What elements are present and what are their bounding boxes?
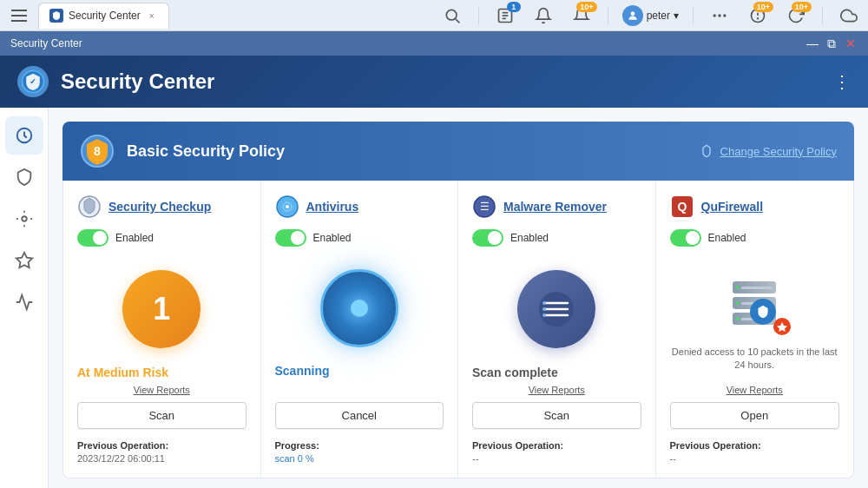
toggle-label-antivirus: Enabled [313,232,352,244]
user-menu[interactable]: peter ▾ [622,5,679,26]
card-qufirewall: Q QuFirewall Enabled [656,181,854,478]
toggle-antivirus[interactable] [275,229,306,247]
open-btn-firewall[interactable]: Open [670,402,840,429]
toggle-row-firewall: Enabled [670,229,746,247]
sidebar-item-dashboard[interactable] [5,116,43,155]
toggle-label-security-checkup: Enabled [115,232,154,244]
policy-title: Basic Security Policy [127,142,285,161]
svg-point-30 [542,307,546,311]
footer-label-malware: Previous Operation: [472,440,641,451]
alerts-icon[interactable]: 10+ [569,3,594,28]
malware-circle [517,270,595,348]
title-bar: Security Center × 1 10+ peter ▾ [0,0,868,31]
cloud-icon[interactable] [837,3,861,28]
header-more-btn[interactable]: ⋮ [833,71,851,92]
svg-text:8: 8 [94,144,101,158]
cancel-btn-antivirus[interactable]: Cancel [275,402,444,429]
minimize-btn[interactable]: — [806,36,819,50]
tasks-icon[interactable]: 1 [493,3,517,28]
svg-point-6 [630,11,635,16]
sidebar-item-shield[interactable] [5,158,43,196]
search-icon[interactable] [440,3,464,28]
window-controls: — ⧉ ✕ [806,36,858,50]
toggle-firewall[interactable] [670,229,701,247]
card-visual-firewall: Denied access to 10 packets in the last … [670,264,840,376]
info-badge: 10+ [753,2,773,12]
divider-3 [693,7,694,24]
svg-point-28 [542,301,546,305]
change-policy-link[interactable]: Change Security Policy [700,144,837,158]
qufirewall-icon: Q [670,195,694,219]
cards-container: Security Checkup Enabled 1 At Medium Ris… [62,181,854,478]
tab-security-center[interactable]: Security Center × [38,3,169,29]
toggle-malware[interactable] [472,229,503,247]
svg-point-16 [22,216,27,221]
divider-2 [608,7,608,24]
card-title-malware[interactable]: Malware Remover [503,200,607,214]
toggle-label-firewall: Enabled [708,232,746,244]
policy-icon: 8 [80,134,115,168]
footer-label-firewall: Previous Operation: [670,440,840,451]
footer-value-malware: -- [472,453,641,464]
card-header-firewall: Q QuFirewall [670,195,840,219]
tasks-badge: 1 [507,2,521,12]
sidebar-item-reports[interactable] [5,283,43,321]
card-header-antivirus: Antivirus [275,195,444,219]
tab-title: Security Center [69,10,141,22]
card-footer-antivirus: Progress: scan 0 % [275,429,444,464]
svg-point-7 [713,14,716,16]
card-security-checkup: Security Checkup Enabled 1 At Medium Ris… [63,181,261,478]
more-apps-icon[interactable] [707,3,732,28]
toggle-row-security-checkup: Enabled [77,229,154,247]
toggle-label-malware: Enabled [510,232,549,244]
view-reports-firewall[interactable]: View Reports [670,385,840,395]
svg-point-12 [758,17,759,18]
card-footer-security-checkup: Previous Operation: 2023/12/22 06:00:11 [77,429,247,464]
svg-marker-17 [16,253,31,267]
maximize-btn[interactable]: ⧉ [825,36,838,50]
svg-line-1 [455,18,459,23]
status-text-antivirus: Scanning [275,364,330,378]
svg-text:✓: ✓ [30,77,36,86]
scan-btn-security-checkup[interactable]: Scan [77,402,247,429]
tab-close-btn[interactable]: × [146,10,158,22]
notifications-icon[interactable] [531,3,556,28]
card-visual-malware [472,264,641,355]
footer-label-security-checkup: Previous Operation: [77,440,247,451]
view-reports-security-checkup[interactable]: View Reports [77,385,247,395]
sidebar-item-alerts[interactable] [5,241,43,280]
toolbar-right: 1 10+ peter ▾ 10+ 10+ [440,3,861,28]
window-bar-title: Security Center [10,37,82,49]
risk-circle: 1 [122,270,201,348]
app-header: ✓ Security Center ⋮ [0,56,868,108]
divider-1 [478,7,479,24]
refresh-icon[interactable]: 10+ [784,3,808,28]
security-checkup-icon [77,195,102,219]
card-title-security-checkup[interactable]: Security Checkup [108,200,211,214]
svg-text:Q: Q [677,200,687,214]
sidebar-item-security[interactable] [5,200,43,238]
user-name: peter [647,10,670,22]
app-header-icon: ✓ [17,66,49,97]
card-title-antivirus[interactable]: Antivirus [306,200,359,214]
refresh-badge: 10+ [792,2,812,12]
close-btn[interactable]: ✕ [844,36,858,50]
toggle-row-malware: Enabled [472,229,549,247]
footer-label-antivirus: Progress: [275,440,444,451]
toggle-security-checkup[interactable] [77,229,108,247]
card-footer-malware: Previous Operation: -- [472,429,641,464]
card-footer-firewall: Previous Operation: -- [670,429,840,464]
view-reports-malware[interactable]: View Reports [472,385,641,395]
status-text-malware: Scan complete [472,366,558,379]
footer-value-firewall: -- [670,453,840,464]
card-antivirus: Antivirus Enabled Scanning Cancel Progre… [261,181,459,478]
card-visual-antivirus [275,264,444,353]
info-icon[interactable]: 10+ [746,3,770,28]
svg-point-8 [718,14,720,16]
menu-icon[interactable] [7,3,31,28]
card-visual-security-checkup: 1 [77,264,247,355]
content-area: 8 Basic Security Policy Change Security … [49,108,868,488]
server-light-2 [736,301,740,305]
scan-btn-malware[interactable]: Scan [472,402,641,429]
card-title-firewall[interactable]: QuFirewall [701,200,764,214]
